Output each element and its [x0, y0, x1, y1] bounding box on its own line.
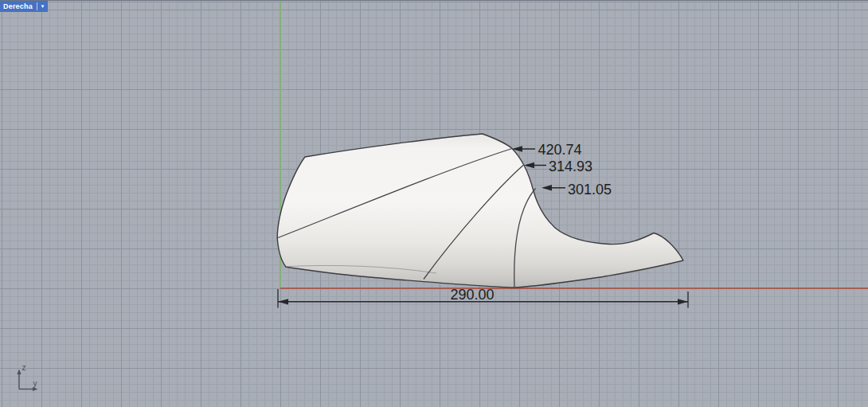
dimension-value[interactable]: 301.05 — [568, 182, 612, 198]
dimension-value[interactable]: 290.00 — [450, 287, 494, 303]
leader-dimension-toe-girth[interactable]: 301.05 — [542, 182, 612, 198]
gizmo-y-label: y — [33, 379, 37, 388]
leader-dimension-heel-girth[interactable]: 420.74 — [512, 142, 582, 158]
viewport-menu-chevron-icon[interactable]: ▼ — [37, 1, 48, 12]
cad-viewport[interactable]: 420.74 314.93 301.05 290.00 — [0, 0, 868, 407]
viewport-title-button[interactable]: Derecha ▼ — [0, 1, 48, 12]
dimension-arrow-icon — [278, 299, 288, 304]
gizmo-z-arrow-icon — [17, 370, 21, 375]
leader-dimension-instep-girth[interactable]: 314.93 — [524, 158, 592, 174]
axis-gizmo: z y — [17, 363, 37, 391]
dimension-value[interactable]: 420.74 — [538, 142, 582, 158]
viewport-canvas[interactable]: 420.74 314.93 301.05 290.00 — [0, 1, 868, 407]
gizmo-z-label: z — [22, 363, 26, 372]
shoe-last-body[interactable] — [277, 134, 683, 288]
leader-arrow-icon — [542, 185, 552, 191]
dimension-arrow-icon — [678, 299, 688, 304]
linear-dimension-length[interactable]: 290.00 — [278, 287, 688, 308]
dimension-value[interactable]: 314.93 — [549, 158, 592, 174]
shoe-last-model[interactable] — [277, 134, 683, 288]
viewport-title[interactable]: Derecha — [0, 2, 37, 11]
